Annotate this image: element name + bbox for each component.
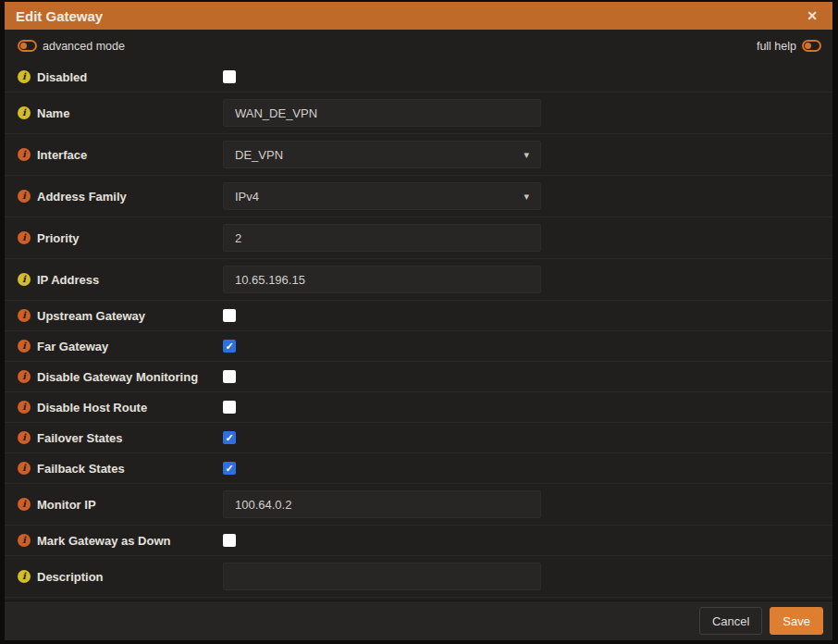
field-label: iMonitor IP (18, 498, 223, 512)
info-circle-icon[interactable]: i (18, 498, 31, 511)
info-circle-icon[interactable]: i (18, 370, 31, 383)
gateway-form: iDisablediNameiInterfaceDE_VPN▾iAddress … (5, 62, 832, 601)
upstream-gateway-checkbox[interactable] (223, 309, 236, 322)
info-circle-icon[interactable]: i (18, 106, 31, 119)
form-row-address-family: iAddress FamilyIPv4▾ (5, 176, 832, 217)
field-label: iDescription (18, 570, 223, 584)
selected-value: IPv4 (235, 190, 259, 204)
form-row-description: iDescription (5, 556, 832, 598)
disable-gateway-monitoring-checkbox[interactable] (223, 370, 236, 383)
dialog-header: Edit Gateway ✕ (5, 2, 832, 30)
dialog-title: Edit Gateway (16, 8, 103, 24)
toggle-off-icon (18, 40, 37, 52)
dialog-footer: Cancel Save (5, 601, 832, 640)
info-circle-icon[interactable]: i (18, 273, 31, 286)
field-label: iFar Gateway (18, 340, 223, 353)
form-row-ip-address: iIP Address (5, 259, 832, 301)
dialog-toolbar: advanced mode full help (5, 30, 832, 62)
disabled-checkbox[interactable] (223, 70, 236, 83)
form-row-upstream-gateway: iUpstream Gateway (5, 301, 832, 331)
mark-gateway-as-down-checkbox[interactable] (223, 534, 236, 547)
interface-select[interactable]: DE_VPN▾ (223, 141, 541, 168)
failover-states-checkbox[interactable]: ✓ (223, 431, 236, 444)
info-circle-icon[interactable]: i (18, 148, 31, 161)
form-row-disabled: iDisabled (5, 62, 832, 93)
field-label-text: Far Gateway (37, 340, 108, 353)
close-icon[interactable]: ✕ (803, 7, 821, 24)
info-circle-icon[interactable]: i (18, 570, 31, 583)
selected-value: DE_VPN (235, 148, 283, 162)
form-row-disable-gateway-monitoring: iDisable Gateway Monitoring (5, 362, 832, 392)
info-circle-icon[interactable]: i (18, 462, 31, 475)
field-label-text: Address Family (37, 190, 127, 204)
field-label-text: Upstream Gateway (37, 309, 145, 323)
form-row-interface: iInterfaceDE_VPN▾ (5, 134, 832, 176)
form-row-failback-states: iFailback States✓ (5, 453, 832, 484)
field-label: iUpstream Gateway (18, 309, 223, 323)
cancel-button[interactable]: Cancel (699, 607, 762, 635)
field-label-text: Description (37, 570, 104, 584)
full-help-toggle[interactable]: full help (757, 40, 821, 53)
info-circle-icon[interactable]: i (18, 309, 31, 322)
field-label: iPriority (18, 231, 223, 245)
failback-states-checkbox[interactable]: ✓ (223, 462, 236, 475)
field-label-text: Interface (37, 148, 87, 162)
form-row-far-gateway: iFar Gateway✓ (5, 331, 832, 362)
field-label-text: IP Address (37, 273, 99, 287)
field-label-text: Disable Gateway Monitoring (37, 370, 198, 384)
field-label: iDisable Gateway Monitoring (18, 370, 223, 384)
advanced-mode-toggle[interactable]: advanced mode (18, 40, 125, 53)
info-circle-icon[interactable]: i (18, 70, 31, 83)
info-circle-icon[interactable]: i (18, 190, 31, 203)
edit-gateway-dialog: Edit Gateway ✕ advanced mode full help i… (5, 2, 832, 640)
field-label: iDisable Host Route (18, 401, 223, 415)
disable-host-route-checkbox[interactable] (223, 401, 236, 414)
info-circle-icon[interactable]: i (18, 534, 31, 547)
field-label: iIP Address (18, 273, 223, 287)
advanced-mode-label: advanced mode (43, 40, 125, 53)
chevron-down-icon: ▾ (524, 191, 529, 203)
field-label: iInterface (18, 148, 223, 162)
field-label: iFailover States (18, 431, 223, 445)
name-input[interactable] (223, 99, 541, 127)
monitor-ip-input[interactable] (223, 490, 541, 518)
form-row-failover-states: iFailover States✓ (5, 423, 832, 453)
field-label: iDisabled (18, 70, 223, 84)
address-family-select[interactable]: IPv4▾ (223, 182, 541, 210)
field-label-text: Failover States (37, 431, 123, 445)
info-circle-icon[interactable]: i (18, 340, 31, 353)
field-label: iFailback States (18, 462, 223, 476)
form-row-disable-host-route: iDisable Host Route (5, 392, 832, 423)
far-gateway-checkbox[interactable]: ✓ (223, 340, 236, 353)
field-label-text: Disable Host Route (37, 401, 147, 415)
full-help-label: full help (757, 40, 796, 53)
priority-input[interactable] (223, 224, 541, 252)
info-circle-icon[interactable]: i (18, 431, 31, 444)
field-label-text: Mark Gateway as Down (37, 534, 171, 548)
info-circle-icon[interactable]: i (18, 231, 31, 244)
form-row-monitor-ip: iMonitor IP (5, 484, 832, 526)
field-label-text: Priority (37, 231, 80, 245)
field-label: iAddress Family (18, 190, 223, 204)
field-label-text: Failback States (37, 462, 125, 476)
field-label-text: Monitor IP (37, 498, 96, 512)
description-input[interactable] (223, 563, 541, 590)
field-label-text: Disabled (37, 70, 87, 84)
field-label-text: Name (37, 106, 69, 120)
ip-address-input[interactable] (223, 266, 541, 293)
field-label: iMark Gateway as Down (18, 534, 223, 548)
field-label: iName (18, 106, 223, 120)
save-button[interactable]: Save (770, 607, 823, 635)
form-row-mark-gateway-as-down: iMark Gateway as Down (5, 526, 832, 556)
form-row-name: iName (5, 93, 832, 134)
toggle-off-icon (802, 40, 821, 52)
form-row-priority: iPriority (5, 217, 832, 259)
info-circle-icon[interactable]: i (18, 401, 31, 414)
chevron-down-icon: ▾ (524, 149, 529, 161)
